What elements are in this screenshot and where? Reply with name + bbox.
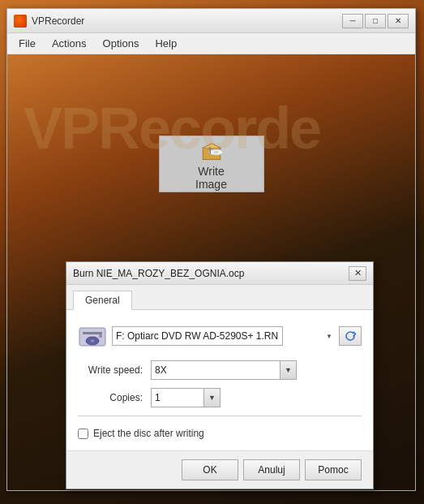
copies-dropdown-arrow[interactable]: ▼ (204, 388, 221, 407)
title-buttons: ─ □ ✕ (342, 14, 409, 28)
cancel-button[interactable]: Anuluj (243, 459, 300, 480)
svg-point-6 (91, 340, 95, 342)
copies-row: Copies: 1 ▼ (78, 388, 362, 407)
dialog-title: Burn NIE_MA_ROZY_BEZ_OGNIA.ocp (73, 268, 244, 279)
drive-row: F: Optiarc DVD RW AD-5290S+ 1.RN (78, 321, 362, 351)
help-button[interactable]: Pomoc (305, 459, 362, 480)
burn-dialog: Burn NIE_MA_ROZY_BEZ_OGNIA.ocp ✕ General (66, 261, 374, 489)
main-content: VPRecorde Write Image (7, 54, 415, 490)
drive-icon (78, 321, 107, 351)
dialog-tab-bar: General (66, 285, 373, 310)
minimize-button[interactable]: ─ (342, 14, 363, 28)
write-speed-row: Write speed: 8X ▼ (78, 360, 362, 380)
ok-button[interactable]: OK (182, 459, 238, 480)
copies-label: Copies: (78, 392, 151, 403)
app-close-button[interactable]: ✕ (388, 14, 409, 28)
eject-label[interactable]: Eject the disc after writing (93, 428, 204, 439)
menu-file[interactable]: File (11, 35, 44, 52)
app-icon (14, 15, 27, 28)
drive-select-wrapper-inner: F: Optiarc DVD RW AD-5290S+ 1.RN (112, 326, 336, 346)
write-speed-control: 8X ▼ (151, 360, 297, 380)
write-image-button[interactable]: Write Image (159, 136, 264, 192)
menu-options[interactable]: Options (95, 35, 148, 52)
svg-rect-4 (83, 332, 102, 334)
refresh-icon (344, 330, 357, 342)
dialog-close-button[interactable]: ✕ (349, 266, 366, 281)
copies-select[interactable]: 1 (151, 388, 204, 407)
eject-checkbox-row: Eject the disc after writing (78, 424, 362, 442)
copies-control: 1 ▼ (151, 388, 221, 407)
tab-general[interactable]: General (73, 291, 132, 310)
write-image-icon (197, 137, 226, 162)
menu-bar: File Actions Options Help (7, 33, 415, 54)
write-speed-label: Write speed: (78, 364, 151, 376)
write-image-label: Write Image (195, 165, 227, 191)
app-title: VPRecorder (32, 15, 84, 27)
maximize-button[interactable]: □ (365, 14, 386, 28)
svg-point-2 (213, 152, 217, 153)
dialog-body: F: Optiarc DVD RW AD-5290S+ 1.RN (66, 310, 373, 450)
refresh-drives-button[interactable] (339, 326, 362, 346)
eject-checkbox[interactable] (78, 429, 88, 439)
svg-rect-7 (99, 334, 102, 338)
dialog-title-bar: Burn NIE_MA_ROZY_BEZ_OGNIA.ocp ✕ (66, 262, 373, 285)
dialog-footer: OK Anuluj Pomoc (66, 450, 373, 489)
title-bar: VPRecorder ─ □ ✕ (7, 9, 415, 33)
menu-actions[interactable]: Actions (44, 35, 95, 52)
drive-select-wrapper: F: Optiarc DVD RW AD-5290S+ 1.RN (112, 326, 362, 346)
divider (78, 416, 362, 416)
drive-select[interactable]: F: Optiarc DVD RW AD-5290S+ 1.RN (112, 326, 283, 346)
write-speed-select[interactable]: 8X (151, 360, 281, 380)
title-left: VPRecorder (14, 15, 84, 28)
app-window: VPRecorder ─ □ ✕ File Actions Options He… (6, 8, 416, 491)
menu-help[interactable]: Help (147, 35, 185, 52)
write-speed-dropdown-arrow[interactable]: ▼ (281, 360, 297, 380)
